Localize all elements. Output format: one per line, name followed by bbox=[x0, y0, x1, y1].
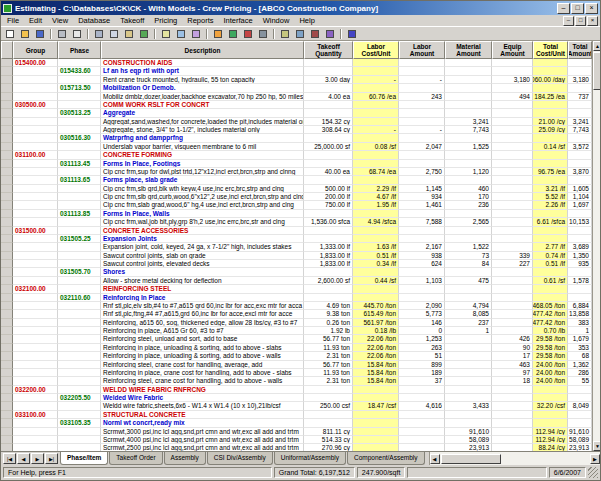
cell-mamt[interactable] bbox=[445, 335, 492, 343]
cell-phase[interactable] bbox=[58, 319, 101, 327]
column-header-total-cost-unit[interactable]: Total Cost/Unit bbox=[533, 41, 568, 59]
cell-lamt[interactable] bbox=[399, 268, 445, 276]
takeoff-button[interactable] bbox=[211, 28, 225, 40]
cell-desc[interactable]: Cip cnc frm,slb grd,blk wth keyw,4 use,i… bbox=[101, 185, 304, 193]
cell-desc[interactable]: Rnf stl,plc,elv slb,#4 to #7,a615 grd 60… bbox=[101, 302, 304, 310]
interface-button[interactable] bbox=[323, 28, 337, 40]
cell-eamt[interactable] bbox=[492, 294, 533, 302]
cell-tamt[interactable]: 91,610 bbox=[568, 428, 592, 436]
cell-phase[interactable] bbox=[58, 76, 101, 84]
horizontal-scroll-thumb[interactable] bbox=[441, 454, 501, 464]
cell-desc[interactable]: Allow - shore metal decking for deflecti… bbox=[101, 277, 304, 285]
cell-tamt[interactable]: 935 bbox=[568, 260, 592, 268]
cell-tcu[interactable] bbox=[533, 268, 568, 276]
cell-tcu[interactable]: 88.24 /cy bbox=[533, 444, 568, 451]
row-selector[interactable] bbox=[1, 235, 13, 243]
cell-mamt[interactable]: 1,525 bbox=[445, 143, 492, 151]
cell-tcu[interactable] bbox=[533, 160, 568, 168]
cell-qty[interactable]: 9.38 ton bbox=[304, 310, 353, 318]
cell-desc[interactable]: Watrprfng and dampprfng bbox=[101, 134, 304, 142]
cell-lamt[interactable]: 37 bbox=[399, 377, 445, 385]
cell-tcu[interactable] bbox=[533, 411, 568, 419]
cell-qty[interactable]: 2.31 ton bbox=[304, 352, 353, 360]
cell-group[interactable] bbox=[13, 176, 58, 184]
column-header-equip-amount[interactable]: Equip Amount bbox=[492, 41, 533, 59]
tab-csi-div-assembly[interactable]: CSI Div/Assembly bbox=[207, 452, 273, 465]
cell-phase[interactable]: 032110.60 bbox=[58, 294, 101, 302]
cell-mamt[interactable]: 3,241 bbox=[445, 118, 492, 126]
cell-desc[interactable]: REINFORCING STEEL bbox=[101, 285, 304, 293]
tab-assembly[interactable]: Assembly bbox=[164, 452, 206, 465]
cell-tcu[interactable] bbox=[533, 227, 568, 235]
cell-group[interactable] bbox=[13, 294, 58, 302]
cell-group[interactable] bbox=[13, 185, 58, 193]
cell-mamt[interactable]: 170 bbox=[445, 193, 492, 201]
cell-group[interactable] bbox=[13, 201, 58, 209]
cell-tcu[interactable]: 21.00 /cy bbox=[533, 118, 568, 126]
cell-qty[interactable]: 500.00 lf bbox=[304, 185, 353, 193]
cell-desc[interactable]: Rent crane truck mounted, hydraulic, 55 … bbox=[101, 76, 304, 84]
cell-tamt[interactable]: 286 bbox=[568, 369, 592, 377]
cell-lamt[interactable] bbox=[399, 67, 445, 75]
cell-mamt[interactable] bbox=[445, 84, 492, 92]
cell-tamt[interactable] bbox=[568, 386, 592, 394]
cell-qty[interactable] bbox=[304, 176, 353, 184]
cell-mamt[interactable] bbox=[445, 67, 492, 75]
cell-eamt[interactable] bbox=[492, 319, 533, 327]
cell-lamt[interactable] bbox=[399, 285, 445, 293]
cell-tamt[interactable]: 13,858 bbox=[568, 310, 592, 318]
cell-phase[interactable] bbox=[58, 101, 101, 109]
cell-desc[interactable]: Reinforcing steel, unload and sort, add … bbox=[101, 335, 304, 343]
cell-phase[interactable] bbox=[58, 310, 101, 318]
cell-phase[interactable] bbox=[58, 218, 101, 226]
cell-mamt[interactable] bbox=[445, 386, 492, 394]
cell-lamt[interactable]: 243 bbox=[399, 93, 445, 101]
row-selector[interactable] bbox=[1, 76, 13, 84]
cell-desc[interactable]: Reinforcing in place, A615 Gr 60, #3 to … bbox=[101, 327, 304, 335]
cell-qty[interactable]: 1,536.00 sfca bbox=[304, 218, 353, 226]
cell-phase[interactable] bbox=[58, 277, 101, 285]
cell-qty[interactable]: 25,000.00 sf bbox=[304, 143, 353, 151]
cell-lcu[interactable] bbox=[353, 67, 399, 75]
cell-desc[interactable]: Expansion joint, cold, keyed, 24 ga, x 7… bbox=[101, 243, 304, 251]
cell-lcu[interactable] bbox=[353, 176, 399, 184]
cell-phase[interactable]: 015713.50 bbox=[58, 84, 101, 92]
row-selector[interactable] bbox=[1, 126, 13, 134]
cell-phase[interactable]: 031113.65 bbox=[58, 176, 101, 184]
cell-lamt[interactable]: 4,616 bbox=[399, 402, 445, 410]
tab-takeoff-order[interactable]: Takeoff Order bbox=[109, 452, 162, 465]
cell-group[interactable]: 032100.00 bbox=[13, 285, 58, 293]
cell-qty[interactable] bbox=[304, 394, 353, 402]
cell-desc[interactable]: Reinforcing in place, unloading & sortin… bbox=[101, 352, 304, 360]
cell-group[interactable] bbox=[13, 210, 58, 218]
cell-group[interactable] bbox=[13, 302, 58, 310]
cell-qty[interactable]: 56.77 ton bbox=[304, 361, 353, 369]
cell-eamt[interactable] bbox=[492, 101, 533, 109]
cell-lamt[interactable]: 899 bbox=[399, 361, 445, 369]
cell-eamt[interactable] bbox=[492, 302, 533, 310]
cell-lamt[interactable] bbox=[399, 176, 445, 184]
cell-eamt[interactable] bbox=[492, 67, 533, 75]
cell-lcu[interactable] bbox=[353, 444, 399, 451]
cell-desc[interactable]: Cip cnc frm,slb grd,curb,wood,6"x12",2 u… bbox=[101, 193, 304, 201]
cell-desc[interactable]: Aggregat,sand,washed,for concrete,loaded… bbox=[101, 118, 304, 126]
cell-lcu[interactable] bbox=[353, 227, 399, 235]
cell-tamt[interactable]: 8,049 bbox=[568, 402, 592, 410]
cell-tcu[interactable] bbox=[533, 101, 568, 109]
cell-tamt[interactable]: 3,689 bbox=[568, 243, 592, 251]
cell-qty[interactable]: 40.00 ea bbox=[304, 168, 353, 176]
cell-tamt[interactable] bbox=[568, 109, 592, 117]
cell-phase[interactable] bbox=[58, 185, 101, 193]
cell-mamt[interactable]: 84 bbox=[445, 260, 492, 268]
cell-mamt[interactable]: 7,743 bbox=[445, 126, 492, 134]
cell-eamt[interactable] bbox=[492, 277, 533, 285]
menu-pricing[interactable]: Pricing bbox=[149, 15, 182, 26]
cell-phase[interactable] bbox=[58, 302, 101, 310]
cell-lamt[interactable]: 7,588 bbox=[399, 218, 445, 226]
cell-phase[interactable]: 031113.45 bbox=[58, 160, 101, 168]
cell-tamt[interactable]: 3,870 bbox=[568, 168, 592, 176]
cell-qty[interactable]: 750.00 lf bbox=[304, 201, 353, 209]
cell-desc[interactable]: Scrmwt,4000 psi,inc lcl agg,snd,prt cmn … bbox=[101, 436, 304, 444]
cell-lcu[interactable] bbox=[353, 210, 399, 218]
cell-lcu[interactable]: 22.06 /ton bbox=[353, 335, 399, 343]
